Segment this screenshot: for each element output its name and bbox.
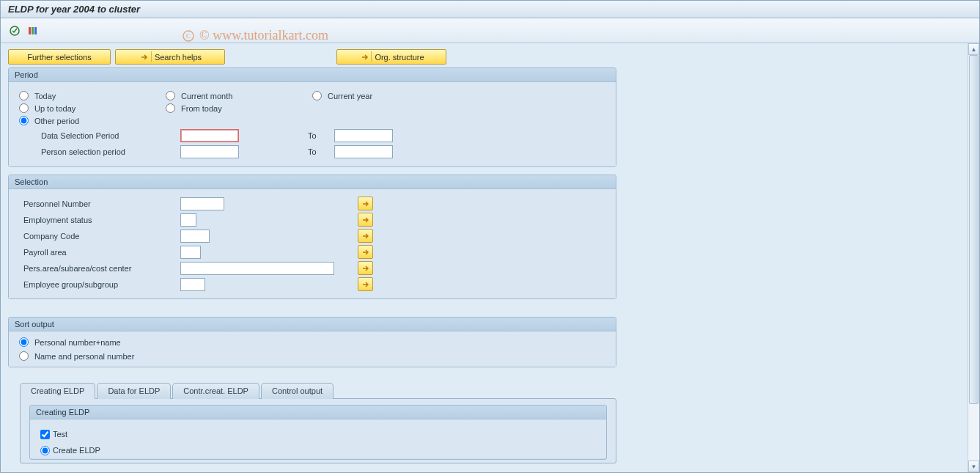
variant-icon[interactable] (26, 24, 39, 37)
sap-window: ELDP for year 2004 to cluster Further se… (0, 0, 980, 473)
radio-other-period[interactable]: Other period (19, 116, 136, 125)
radio-label-text: Other period (34, 117, 79, 125)
multiple-selection-button[interactable] (358, 245, 373, 259)
arrow-right-icon (139, 51, 152, 62)
multiple-selection-button[interactable] (358, 277, 373, 291)
radio-from-today[interactable]: From today (166, 103, 283, 113)
creating-eldp-inner-group: Creating ELDP Test Create ELDP (29, 405, 607, 460)
pers-area-input[interactable] (180, 262, 334, 275)
svg-rect-1 (29, 27, 31, 34)
radio-current-year[interactable]: Current year (312, 91, 430, 100)
radio-current-month[interactable]: Current month (166, 91, 283, 100)
scroll-down-button[interactable]: ▼ (968, 461, 979, 472)
employee-group-input[interactable] (180, 278, 205, 291)
payroll-area-label: Payroll area (19, 248, 180, 257)
svg-rect-2 (32, 27, 34, 34)
selection-group: Selection Personnel Number Employment st… (8, 175, 616, 299)
personnel-number-label: Personnel Number (19, 199, 180, 208)
arrow-right-icon (358, 51, 372, 62)
radio-label-text: Up to today (34, 104, 75, 113)
data-selection-to-input[interactable] (334, 129, 393, 142)
group-title: Selection (9, 175, 616, 189)
employment-status-input[interactable] (180, 213, 196, 227)
tab-contr-creat-eldp[interactable]: Contr.creat. ELDP (172, 383, 259, 399)
tab-data-for-eldp[interactable]: Data for ELDP (97, 383, 171, 399)
company-code-input[interactable] (180, 230, 210, 243)
radio-label-text: Today (34, 92, 56, 100)
multiple-selection-button[interactable] (358, 261, 373, 275)
group-title: Sort output (9, 318, 616, 331)
scroll-track[interactable] (968, 55, 979, 461)
radio-create-eldp[interactable]: Create ELDP (40, 443, 596, 458)
org-structure-button[interactable]: Org. structure (336, 49, 446, 65)
radio-today[interactable]: Today (19, 91, 136, 100)
button-label: Org. structure (375, 53, 424, 62)
period-group: Period Today Current month Current year … (8, 67, 616, 167)
checkbox-label-text: Test (53, 430, 67, 439)
tab-strip: Creating ELDP Data for ELDP Contr.creat.… (20, 382, 960, 398)
vertical-scrollbar[interactable]: ▲ ▼ (968, 43, 979, 472)
search-helps-button[interactable]: Search helps (115, 49, 225, 65)
radio-up-to-today[interactable]: Up to today (19, 103, 136, 113)
scroll-up-button[interactable]: ▲ (968, 43, 979, 55)
group-title: Period (9, 68, 616, 82)
to-label: To (290, 147, 334, 156)
radio-personal-number-name[interactable]: Personal number+name (19, 337, 605, 347)
radio-label-text: Current year (328, 92, 372, 100)
app-toolbar (1, 18, 979, 43)
scroll-thumb[interactable] (969, 55, 979, 404)
multiple-selection-button[interactable] (358, 213, 373, 227)
radio-label-text: From today (181, 104, 222, 113)
content-area: Further selections Search helps Org. str… (1, 43, 968, 472)
tab-panel: Creating ELDP Test Create ELDP (20, 398, 616, 463)
multiple-selection-button[interactable] (358, 197, 373, 210)
person-selection-to-input[interactable] (334, 145, 393, 158)
button-label: Search helps (155, 53, 202, 62)
svg-rect-3 (34, 27, 37, 34)
person-selection-period-label: Person selection period (19, 147, 180, 156)
employee-group-label: Employee group/subgroup (19, 280, 180, 289)
radio-name-personal-number[interactable]: Name and personal number (19, 351, 605, 361)
radio-label-text: Create ELDP (53, 446, 100, 455)
multiple-selection-button[interactable] (358, 229, 373, 243)
group-title: Creating ELDP (30, 406, 606, 419)
action-buttons-row: Further selections Search helps Org. str… (8, 49, 960, 65)
payroll-area-input[interactable] (180, 246, 201, 259)
execute-icon[interactable] (8, 24, 21, 37)
data-selection-period-label: Data Selection Period (19, 131, 180, 140)
company-code-label: Company Code (19, 232, 180, 241)
to-label: To (290, 131, 334, 140)
further-selections-button[interactable]: Further selections (8, 49, 111, 65)
button-label: Further selections (27, 53, 91, 62)
radio-label-text: Current month (181, 92, 232, 100)
sort-output-group: Sort output Personal number+name Name an… (8, 317, 616, 367)
tab-creating-eldp[interactable]: Creating ELDP (20, 383, 95, 399)
employment-status-label: Employment status (19, 216, 180, 224)
pers-area-label: Pers.area/subarea/cost center (19, 264, 180, 273)
person-selection-from-input[interactable] (180, 145, 239, 158)
radio-label-text: Personal number+name (34, 338, 121, 347)
tab-control-output[interactable]: Control output (261, 383, 334, 399)
personnel-number-input[interactable] (180, 197, 224, 210)
window-title: ELDP for year 2004 to cluster (1, 1, 979, 18)
data-selection-from-input[interactable] (180, 129, 239, 142)
radio-label-text: Name and personal number (34, 352, 134, 361)
checkbox-test[interactable]: Test (40, 427, 596, 441)
